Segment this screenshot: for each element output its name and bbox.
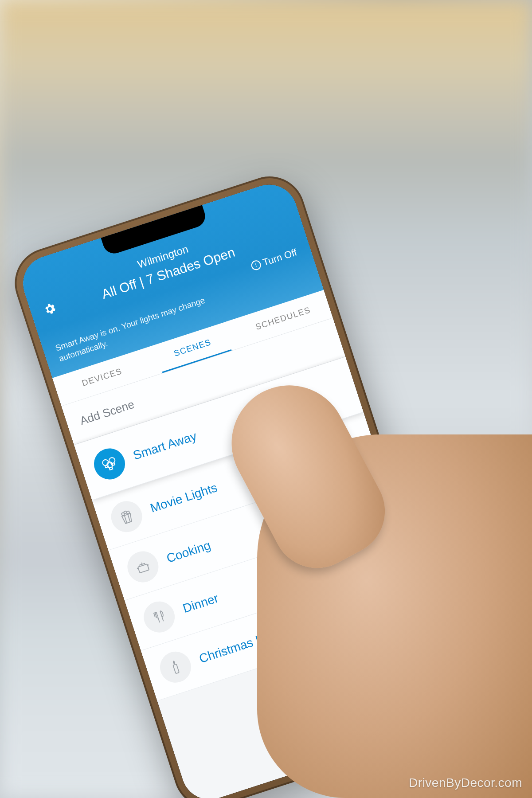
bulbs-icon: [90, 445, 129, 484]
scene-label: Smart Away: [131, 429, 198, 463]
candle-icon: [156, 648, 195, 687]
pot-icon: [123, 548, 162, 587]
scene-label: Dinner: [181, 591, 220, 616]
scene-label: Movie Lights: [149, 481, 219, 516]
scene-label: Cooking: [165, 538, 213, 566]
scene-label: Christmas Lights: [197, 624, 289, 666]
svg-rect-7: [173, 664, 179, 673]
utensils-icon: [140, 598, 179, 637]
watermark: DrivenByDecor.com: [409, 776, 522, 790]
add-scene-label: Add Scene: [78, 398, 137, 428]
svg-point-5: [126, 511, 130, 514]
info-icon: i: [250, 259, 262, 272]
turn-off-label: Turn Off: [261, 246, 298, 268]
popcorn-icon: [107, 497, 146, 536]
